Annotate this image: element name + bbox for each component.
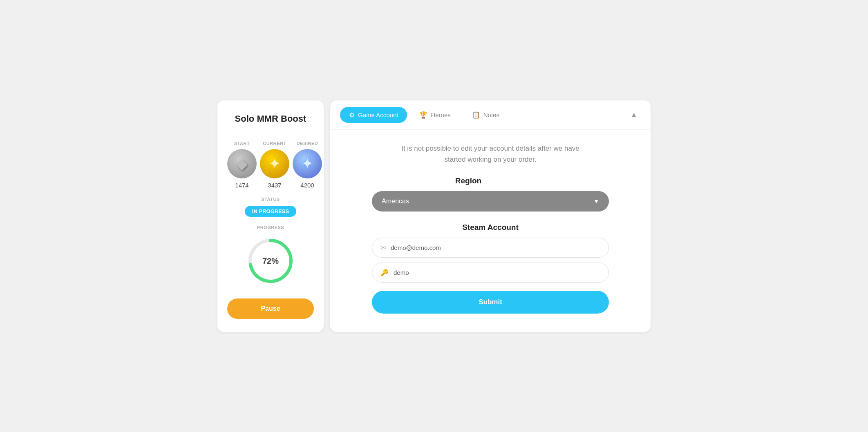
tab-game-account-label: Game Account bbox=[358, 111, 398, 118]
email-value: demo@demo.com bbox=[391, 244, 441, 251]
progress-label: PROGRESS bbox=[257, 225, 284, 230]
region-value: Americas bbox=[382, 198, 409, 205]
region-select[interactable]: Americas ▼ bbox=[372, 191, 609, 212]
tab-heroes-label: Heroes bbox=[431, 111, 450, 118]
status-label: STATUS bbox=[261, 197, 280, 202]
password-input-row: 🔑 demo bbox=[372, 263, 609, 283]
rank-current-label: CURRENT bbox=[263, 141, 286, 146]
panel-content: It is not possible to edit your account … bbox=[330, 130, 651, 327]
right-panel: ⚙ Game Account 🏆 Heroes 📋 Notes ▲ It is … bbox=[330, 100, 651, 332]
panel-title: Solo MMR Boost bbox=[235, 114, 306, 124]
rank-start-badge bbox=[227, 149, 257, 178]
tab-notes[interactable]: 📋 Notes bbox=[463, 107, 508, 123]
notes-icon: 📋 bbox=[472, 111, 480, 119]
rank-desired: DESIRED 4200 bbox=[293, 141, 322, 189]
gear-icon: ⚙ bbox=[349, 111, 355, 119]
pause-button[interactable]: Pause bbox=[227, 298, 314, 319]
dropdown-arrow-icon: ▼ bbox=[593, 198, 599, 205]
heroes-icon: 🏆 bbox=[419, 111, 427, 119]
rank-desired-label: DESIRED bbox=[297, 141, 318, 146]
ranks-row: START 1474 CURRENT 3437 DESIRED 4200 bbox=[227, 141, 314, 189]
rank-start-label: START bbox=[234, 141, 250, 146]
steam-account-label: Steam Account bbox=[372, 223, 609, 232]
info-text: It is not possible to edit your account … bbox=[392, 143, 588, 165]
left-panel: Solo MMR Boost START 1474 CURRENT 3437 D… bbox=[217, 100, 324, 332]
rank-desired-value: 4200 bbox=[300, 182, 314, 189]
tabs-row: ⚙ Game Account 🏆 Heroes 📋 Notes ▲ bbox=[330, 100, 651, 130]
divider bbox=[227, 131, 314, 131]
key-icon: 🔑 bbox=[380, 269, 389, 276]
region-label: Region bbox=[350, 176, 587, 185]
rank-desired-badge bbox=[293, 149, 322, 178]
collapse-button[interactable]: ▲ bbox=[627, 107, 641, 122]
main-container: Solo MMR Boost START 1474 CURRENT 3437 D… bbox=[217, 100, 651, 332]
progress-circle: 72% bbox=[246, 236, 295, 285]
status-badge: IN PROGRESS bbox=[245, 206, 296, 217]
submit-button[interactable]: Submit bbox=[372, 291, 609, 314]
tab-notes-label: Notes bbox=[483, 111, 499, 118]
email-icon: ✉ bbox=[380, 244, 386, 252]
rank-current: CURRENT 3437 bbox=[260, 141, 289, 189]
tab-heroes[interactable]: 🏆 Heroes bbox=[410, 107, 459, 123]
password-value: demo bbox=[394, 269, 409, 276]
rank-current-badge bbox=[260, 149, 289, 178]
rank-start: START 1474 bbox=[227, 141, 257, 189]
progress-value: 72% bbox=[262, 256, 279, 265]
rank-start-value: 1474 bbox=[235, 182, 248, 189]
tab-game-account[interactable]: ⚙ Game Account bbox=[340, 107, 407, 123]
email-input-row: ✉ demo@demo.com bbox=[372, 238, 609, 258]
rank-current-value: 3437 bbox=[268, 182, 281, 189]
